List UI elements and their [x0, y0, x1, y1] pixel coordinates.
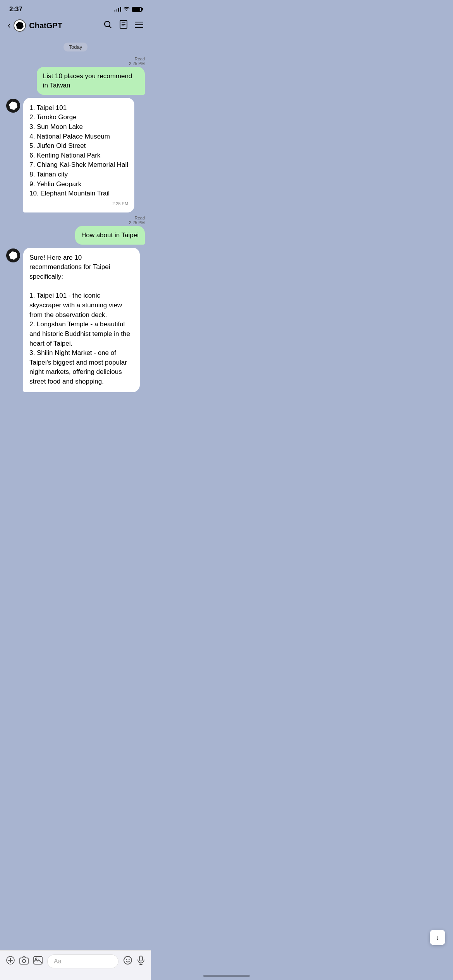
bot-message-2: Sure! Here are 10 recommendations for Ta… — [6, 248, 145, 392]
date-badge: Today — [6, 43, 145, 50]
search-icon[interactable] — [103, 20, 112, 31]
nav-right — [103, 20, 143, 31]
wifi-icon — [124, 6, 130, 12]
battery-icon — [132, 7, 142, 12]
status-bar: 2:37 — [0, 0, 151, 16]
nav-title: ChatGPT — [29, 21, 62, 30]
nav-bar: ‹ ChatGPT — [0, 16, 151, 36]
nav-left: ‹ ChatGPT — [8, 19, 62, 32]
chat-area: Today Read 2:25 PM List 10 places you re… — [0, 36, 151, 432]
chatgpt-avatar — [14, 19, 26, 32]
user-bubble-1: List 10 places you recommend in Taiwan — [37, 67, 145, 95]
status-icons — [114, 6, 142, 12]
bot-avatar-1 — [6, 99, 20, 113]
signal-icon — [114, 7, 121, 12]
bot-bubble-1: 1. Taipei 101 2. Taroko Gorge 3. Sun Moo… — [23, 98, 134, 212]
read-time-2: Read 2:25 PM — [129, 216, 145, 225]
bot-msg-time-1: 2:25 PM — [29, 201, 128, 207]
user-message-2: Read 2:25 PM How about in Taipei — [6, 216, 145, 245]
bot-message-1: 1. Taipei 101 2. Taroko Gorge 3. Sun Moo… — [6, 98, 145, 212]
user-bubble-2: How about in Taipei — [75, 226, 145, 245]
status-time: 2:37 — [9, 5, 22, 13]
back-button[interactable]: ‹ — [8, 21, 10, 31]
user-message-1: Read 2:25 PM List 10 places you recommen… — [6, 57, 145, 95]
notes-icon[interactable] — [119, 20, 128, 31]
read-time-1: Read 2:25 PM — [129, 57, 145, 66]
bot-avatar-2 — [6, 248, 20, 262]
bot-bubble-2: Sure! Here are 10 recommendations for Ta… — [23, 248, 140, 392]
menu-icon[interactable] — [135, 21, 143, 31]
